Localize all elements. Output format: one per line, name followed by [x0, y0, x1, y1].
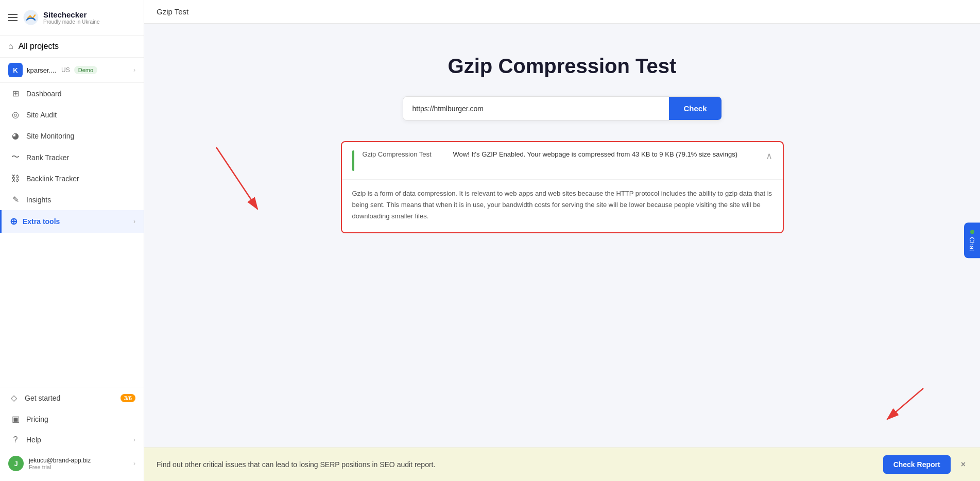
chat-bubble[interactable]: Chat [964, 222, 980, 258]
pricing-icon: ▣ [10, 414, 21, 424]
sidebar-item-label: Site Monitoring [26, 132, 74, 140]
sidebar-item-rank-tracker[interactable]: 〜 Rank Tracker [0, 146, 144, 168]
user-plan: Free trial [29, 464, 91, 470]
home-icon: ⌂ [8, 42, 13, 51]
sidebar-item-help[interactable]: ? Help › [0, 430, 144, 450]
sidebar-item-label: Pricing [26, 415, 48, 423]
project-country: US [61, 66, 70, 74]
project-name: kparser.... [27, 66, 56, 74]
sitechecker-logo-icon [23, 9, 39, 26]
user-email: jekucu@brand-app.biz [29, 457, 91, 464]
sidebar-item-label: Insights [26, 196, 51, 204]
result-header: Gzip Compression Test Wow! It's GZIP Ena… [342, 142, 783, 180]
chat-status-dot [970, 230, 974, 234]
top-bar: Gzip Test [144, 0, 980, 24]
avatar: J [8, 456, 24, 471]
extra-tools-label: Extra tools [23, 217, 60, 226]
sidebar-item-dashboard[interactable]: ⊞ Dashboard [0, 83, 144, 104]
nav-section: ⊞ Dashboard ◎ Site Audit ◕ Site Monitori… [0, 83, 144, 387]
chevron-right-icon: › [133, 460, 135, 467]
plus-circle-icon: ⊕ [10, 216, 18, 227]
content-area: Gzip Compression Test Check Gzip Compres… [144, 24, 980, 481]
annotation-arrow-1 [185, 137, 319, 230]
sidebar-item-label: Help [26, 436, 41, 444]
sidebar-item-pricing[interactable]: ▣ Pricing [0, 408, 144, 430]
logo-name: Sitechecker [43, 10, 100, 19]
search-bar: Check [403, 96, 722, 121]
chevron-right-icon: › [133, 66, 135, 74]
check-button[interactable]: Check [669, 97, 721, 120]
all-projects-link[interactable]: ⌂ All projects [0, 36, 144, 58]
page-breadcrumb: Gzip Test [157, 7, 188, 16]
sidebar: Sitechecker Proudly made in Ukraine ⌂ Al… [0, 0, 144, 481]
demo-badge: Demo [74, 66, 97, 74]
collapse-button[interactable]: ∧ [766, 150, 772, 162]
notification-text: Find out other critical issues that can … [157, 460, 875, 469]
sidebar-item-label: Rank Tracker [26, 153, 69, 162]
chevron-right-icon: › [133, 218, 135, 225]
dashboard-icon: ⊞ [10, 89, 21, 98]
logo-subtitle: Proudly made in Ukraine [43, 19, 100, 25]
sidebar-item-label: Site Audit [26, 111, 57, 119]
result-label: Gzip Compression Test [363, 150, 445, 158]
logo-area: Sitechecker Proudly made in Ukraine [23, 9, 100, 26]
project-initial: K [8, 63, 23, 77]
sidebar-item-label: Backlink Tracker [26, 175, 79, 183]
main-content: Gzip Test Gzip Compression Test Check Gz… [144, 0, 980, 481]
project-item[interactable]: K kparser.... US Demo › [0, 58, 144, 83]
url-input[interactable] [403, 97, 669, 120]
chat-label: Chat [968, 237, 976, 251]
insights-icon: ✎ [10, 195, 21, 204]
status-green-bar [352, 150, 354, 171]
sidebar-item-extra-tools[interactable]: ⊕ Extra tools › [0, 210, 144, 233]
help-icon: ? [10, 435, 21, 444]
site-audit-icon: ◎ [10, 110, 21, 119]
sidebar-item-backlink-tracker[interactable]: ⛓ Backlink Tracker [0, 168, 144, 189]
result-card: Gzip Compression Test Wow! It's GZIP Ena… [341, 141, 784, 233]
backlink-tracker-icon: ⛓ [10, 174, 21, 183]
site-monitoring-icon: ◕ [10, 131, 21, 141]
notification-bar: Find out other critical issues that can … [144, 448, 980, 481]
close-notification-button[interactable]: × [959, 460, 968, 469]
hamburger-menu[interactable] [8, 14, 18, 21]
logo-text: Sitechecker Proudly made in Ukraine [43, 10, 100, 25]
user-profile[interactable]: J jekucu@brand-app.biz Free trial › [0, 450, 144, 477]
sidebar-bottom: ◇ Get started 3/6 ▣ Pricing ? Help › J j… [0, 387, 144, 481]
page-title: Gzip Compression Test [448, 55, 677, 78]
result-body: Gzip is a form of data compression. It i… [342, 180, 783, 232]
sidebar-item-insights[interactable]: ✎ Insights [0, 189, 144, 210]
sidebar-item-label: Dashboard [26, 90, 62, 98]
result-description: Gzip is a form of data compression. It i… [352, 188, 772, 222]
rank-tracker-icon: 〜 [10, 152, 21, 163]
sidebar-header: Sitechecker Proudly made in Ukraine [0, 0, 144, 36]
all-projects-label: All projects [19, 42, 59, 51]
sidebar-item-get-started[interactable]: ◇ Get started 3/6 [0, 387, 144, 408]
sidebar-item-site-monitoring[interactable]: ◕ Site Monitoring [0, 125, 144, 146]
user-info: jekucu@brand-app.biz Free trial [29, 457, 91, 470]
get-started-icon: ◇ [8, 393, 20, 403]
check-report-button[interactable]: Check Report [883, 455, 951, 474]
get-started-badge: 3/6 [121, 394, 135, 402]
chevron-right-icon: › [133, 436, 135, 443]
result-value: Wow! It's GZIP Enabled. Your webpage is … [453, 150, 758, 158]
sidebar-item-label: Get started [25, 394, 60, 402]
sidebar-item-site-audit[interactable]: ◎ Site Audit [0, 104, 144, 125]
